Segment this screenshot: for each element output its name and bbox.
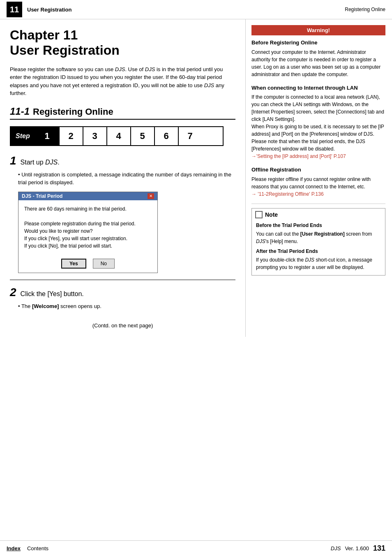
step1-bullet: • Until registration is completed, a mes…	[18, 171, 235, 187]
internet-lan-text: If the computer is connected to a local …	[251, 94, 384, 152]
dialog-line4: If you click [Yes], you will start user …	[24, 235, 152, 242]
internet-lan-link[interactable]: →'Setting the [IP address] and [Port]' P…	[251, 153, 346, 159]
after-trial-title: After the Trial Period Ends	[256, 248, 381, 255]
main-content: Chapter 11 User Registration Please regi…	[0, 19, 392, 337]
note-box: Note Before the Trial Period Ends You ca…	[251, 208, 385, 276]
before-trial-section: Before the Trial Period Ends You can cal…	[252, 219, 385, 245]
after-trial-text: If you double-click the DJS short-cut ic…	[256, 257, 372, 270]
step-4[interactable]: 4	[106, 127, 130, 145]
offline-section: Offline Registration Please register off…	[251, 166, 385, 198]
dialog-title: DJS - Trial Period	[22, 193, 62, 199]
header-left: 11 User Registration	[7, 2, 71, 17]
footer-brand: DJS	[331, 545, 341, 551]
internet-lan-section: When connecting to Internet through LAN …	[251, 84, 385, 160]
steps-label: Step	[11, 127, 35, 145]
step-5[interactable]: 5	[130, 127, 154, 145]
page-number: 131	[373, 544, 385, 553]
step2-title: 2 Click the [Yes] button.	[10, 286, 235, 299]
step1-block: 1 Start up DJS. • Until registration is …	[10, 154, 235, 273]
note-icon	[255, 211, 263, 218]
dialog-title-bar: DJS - Trial Period ✕	[18, 192, 157, 200]
left-column: Chapter 11 User Registration Please regi…	[0, 19, 246, 337]
offline-link[interactable]: → '11-2Registering Offline' P.136	[251, 191, 324, 197]
footer-right: DJS Ver. 1.600 131	[331, 544, 385, 553]
step2-block: 2 Click the [Yes] button. • The [Welcome…	[10, 280, 235, 310]
offline-text: Please register offline if you cannot re…	[251, 176, 371, 190]
chapter-title: Chapter 11 User Registration	[10, 28, 235, 58]
step-2[interactable]: 2	[59, 127, 83, 145]
footer-version: Ver. 1.600	[345, 545, 369, 551]
step-7[interactable]: 7	[178, 127, 202, 145]
step1-title: 1 Start up DJS.	[10, 154, 235, 167]
step1-number: 1	[10, 154, 16, 167]
warning-label: Warning!	[251, 25, 385, 35]
dialog-yes-button[interactable]: Yes	[61, 259, 86, 269]
dialog-line3: Would you like to register now?	[24, 227, 152, 235]
header-section-title: User Registration	[27, 7, 71, 13]
dialog-line5: If you click [No], the trial period will…	[24, 242, 152, 250]
header-bar: 11 User Registration Registering Online	[0, 0, 392, 19]
step1-text: Start up DJS.	[21, 159, 60, 166]
before-trial-text: You can call out the [User Registration]…	[256, 231, 372, 244]
step-3[interactable]: 3	[83, 127, 106, 145]
contd-text: (Contd. on the next page)	[10, 322, 235, 329]
footer: Index Contents DJS Ver. 1.600 131	[0, 540, 392, 556]
intro-text: Please register the software so you can …	[10, 65, 235, 97]
step-6[interactable]: 6	[154, 127, 178, 145]
note-title: Note	[265, 211, 278, 218]
trial-period-dialog: DJS - Trial Period ✕ There are 60 days r…	[18, 192, 158, 273]
steps-bar: Step 1 2 3 4 5 6 7	[10, 126, 224, 146]
step2-text: Click the [Yes] button.	[21, 290, 84, 298]
right-column: Warning! Before Registering Online Conne…	[246, 19, 392, 337]
footer-index[interactable]: Index	[7, 545, 21, 551]
step2-number: 2	[10, 286, 16, 299]
after-trial-section: After the Trial Period Ends If you doubl…	[252, 245, 385, 271]
step2-bullet: • The [Welcome] screen opens up.	[18, 302, 235, 310]
before-online-title: Before Registering Online	[251, 39, 385, 47]
before-online-section: Before Registering Online Connect your c…	[251, 39, 385, 78]
note-header: Note	[252, 208, 385, 219]
internet-lan-title: When connecting to Internet through LAN	[251, 84, 385, 92]
dialog-buttons: Yes No	[18, 255, 157, 273]
offline-title: Offline Registration	[251, 166, 385, 174]
dialog-line1: There are 60 days remaining in the trial…	[24, 205, 152, 213]
dialog-no-button[interactable]: No	[93, 259, 115, 269]
section-title: Registering Online	[33, 107, 113, 117]
before-trial-title: Before the Trial Period Ends	[256, 222, 381, 229]
footer-contents[interactable]: Contents	[27, 545, 48, 551]
dialog-line2: Please complete registration during the …	[24, 220, 152, 227]
header-right: Registering Online	[345, 7, 385, 12]
section-heading: 11-1 Registering Online	[10, 106, 235, 120]
divider	[251, 204, 385, 204]
before-online-text: Connect your computer to the Internet. A…	[251, 49, 380, 77]
section-num: 11-1	[10, 106, 30, 117]
dialog-body: There are 60 days remaining in the trial…	[18, 200, 157, 255]
chapter-badge: 11	[7, 2, 22, 17]
dialog-close-button[interactable]: ✕	[148, 193, 154, 199]
footer-left: Index Contents	[7, 545, 48, 551]
step-1[interactable]: 1	[35, 127, 59, 145]
